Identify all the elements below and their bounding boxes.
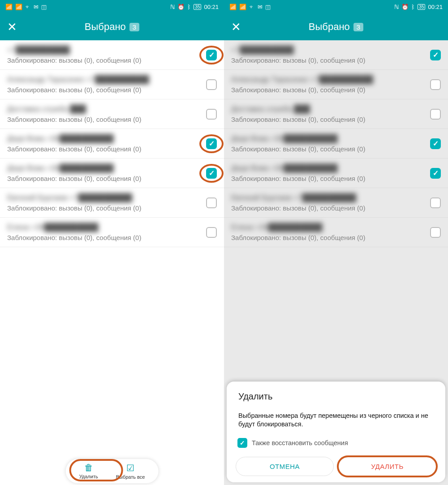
blocked-summary: Заблокировано: вызовы (0), сообщения (0) (231, 204, 430, 212)
status-bar: 📶 📶 ᯤ ✉ ◫ ℕ ⏰ ᛒ 35 00:21 (224, 0, 448, 13)
list-item[interactable]: Дядя Вова +38██████████Заблокировано: вы… (224, 159, 448, 188)
select-checkbox[interactable]: ✓ (430, 50, 441, 60)
sim-icon: ◫ (41, 4, 47, 10)
check-icon: ✓ (433, 52, 439, 59)
blocked-summary: Заблокировано: вызовы (0), сообщения (0) (7, 175, 206, 182)
contact-name: Елена +38██████████ (231, 223, 430, 232)
bottom-toolbar: 🗑 Удалить ☑ Выбрать все (66, 459, 159, 483)
mail-icon: ✉ (258, 4, 263, 10)
status-time: 00:21 (204, 4, 219, 10)
page-title: Выбрано (85, 21, 126, 33)
list-item[interactable]: Александр Тарасенко +7██████████Заблокир… (224, 70, 448, 99)
contact-name: Дядя Вова +38██████████ (7, 134, 206, 143)
cancel-button[interactable]: ОТМЕНА (236, 457, 334, 476)
battery-icon: 35 (194, 4, 201, 10)
check-icon: ✓ (209, 170, 215, 177)
delete-button[interactable]: 🗑 Удалить (75, 462, 103, 481)
select-checkbox[interactable]: ✓ (206, 50, 217, 60)
select-all-icon: ☑ (126, 463, 134, 473)
select-checkbox[interactable]: ✓ (430, 168, 441, 179)
blocked-summary: Заблокировано: вызовы (0), сообщения (0) (7, 56, 206, 64)
page-title: Выбрано (309, 21, 350, 33)
select-checkbox[interactable] (206, 227, 217, 238)
dialog-message: Выбранные номера будут перемещены из чер… (236, 412, 436, 429)
confirm-dialog: Удалить Выбранные номера будут перемещен… (227, 382, 445, 482)
check-icon: ✓ (209, 52, 215, 59)
list-item[interactable]: Доставка служба ███Заблокировано: вызовы… (224, 99, 448, 129)
contact-name: Доставка служба ███ (231, 105, 430, 114)
select-checkbox[interactable] (430, 227, 441, 238)
blocked-summary: Заблокировано: вызовы (0), сообщения (0) (231, 175, 430, 182)
contact-name: Александр Тарасенко +7██████████ (231, 75, 430, 84)
alarm-icon: ⏰ (177, 4, 185, 10)
list-item[interactable]: Елена +38██████████Заблокировано: вызовы… (0, 218, 224, 247)
list-item[interactable]: +7██████████Заблокировано: вызовы (0), с… (224, 40, 448, 70)
delete-label: Удалить (79, 474, 98, 479)
list-item[interactable]: Дядя Вова +38██████████Заблокировано: вы… (0, 129, 224, 159)
list-item[interactable]: Елена +38██████████Заблокировано: вызовы… (224, 218, 448, 247)
check-icon: ✓ (209, 140, 215, 147)
signal-icon: 📶 (5, 4, 13, 10)
bluetooth-icon: ᛒ (411, 4, 415, 10)
trash-icon: 🗑 (84, 463, 93, 473)
select-checkbox[interactable] (430, 109, 441, 120)
signal-icon: 📶 (239, 4, 246, 10)
select-checkbox[interactable]: ✓ (206, 138, 217, 149)
list-item[interactable]: Дядя Вова +38██████████Заблокировано: вы… (224, 129, 448, 159)
blocked-summary: Заблокировано: вызовы (0), сообщения (0) (231, 116, 430, 123)
select-checkbox[interactable]: ✓ (206, 168, 217, 179)
restore-messages-label: Также восстановить сообщения (252, 439, 348, 446)
confirm-delete-label: УДАЛИТЬ (371, 463, 403, 470)
select-checkbox[interactable] (430, 79, 441, 90)
blocked-summary: Заблокировано: вызовы (0), сообщения (0) (7, 234, 206, 241)
nfc-icon: ℕ (394, 4, 399, 10)
restore-messages-checkbox[interactable]: ✓ (237, 438, 247, 448)
status-time: 00:21 (428, 4, 443, 10)
select-checkbox[interactable]: ✓ (430, 138, 441, 149)
blocked-summary: Заблокировано: вызовы (0), сообщения (0) (7, 204, 206, 212)
blocked-summary: Заблокировано: вызовы (0), сообщения (0) (7, 86, 206, 94)
list-item[interactable]: Александр Тарасенко +7██████████Заблокир… (0, 70, 224, 99)
app-header: ✕ Выбрано 3 (224, 13, 448, 40)
blocked-summary: Заблокировано: вызовы (0), сообщения (0) (231, 234, 430, 241)
sim-icon: ◫ (265, 4, 271, 10)
contact-name: Евгений Бурлаев +7██████████ (7, 193, 206, 202)
select-checkbox[interactable] (206, 197, 217, 208)
select-checkbox[interactable] (430, 197, 441, 208)
wifi-icon: ᯤ (25, 4, 31, 10)
status-bar: 📶 📶 ᯤ ✉ ◫ ℕ ⏰ ᛒ 35 00:21 (0, 0, 224, 13)
contact-name: Елена +38██████████ (7, 223, 206, 232)
select-all-button[interactable]: ☑ Выбрать все (112, 462, 150, 481)
battery-icon: 35 (418, 4, 425, 10)
blocked-summary: Заблокировано: вызовы (0), сообщения (0) (7, 145, 206, 153)
list-item[interactable]: +7██████████Заблокировано: вызовы (0), с… (0, 40, 224, 70)
contact-name: +7██████████ (231, 46, 430, 55)
alarm-icon: ⏰ (401, 4, 409, 10)
app-header: ✕ Выбрано 3 (0, 13, 224, 40)
list-item[interactable]: Доставка служба ███Заблокировано: вызовы… (0, 99, 224, 129)
contact-name: Дядя Вова +38██████████ (231, 134, 430, 143)
check-icon: ✓ (433, 140, 439, 147)
contact-name: +7██████████ (7, 46, 206, 55)
blocked-summary: Заблокировано: вызовы (0), сообщения (0) (7, 116, 206, 123)
selection-count-badge: 3 (129, 23, 139, 31)
screenshot-left: 📶 📶 ᯤ ✉ ◫ ℕ ⏰ ᛒ 35 00:21 ✕ Выбрано 3 +7█… (0, 0, 224, 485)
screenshot-right: 📶 📶 ᯤ ✉ ◫ ℕ ⏰ ᛒ 35 00:21 ✕ Выбрано 3 +7█… (224, 0, 448, 485)
selection-count-badge: 3 (353, 23, 363, 31)
contact-name: Дядя Вова +38██████████ (7, 164, 206, 173)
dialog-title: Удалить (236, 391, 436, 402)
contact-name: Доставка служба ███ (7, 105, 206, 114)
blocked-summary: Заблокировано: вызовы (0), сообщения (0) (231, 86, 430, 94)
list-item[interactable]: Евгений Бурлаев +7██████████Заблокирован… (224, 188, 448, 218)
list-item[interactable]: Евгений Бурлаев +7██████████Заблокирован… (0, 188, 224, 218)
contact-name: Дядя Вова +38██████████ (231, 164, 430, 173)
check-icon: ✓ (433, 170, 439, 177)
contact-name: Александр Тарасенко +7██████████ (7, 75, 206, 84)
select-all-label: Выбрать все (116, 474, 145, 480)
list-item[interactable]: Дядя Вова +38██████████Заблокировано: вы… (0, 159, 224, 188)
select-checkbox[interactable] (206, 109, 217, 120)
select-checkbox[interactable] (206, 79, 217, 90)
nfc-icon: ℕ (170, 4, 175, 10)
confirm-delete-button[interactable]: УДАЛИТЬ (338, 457, 436, 476)
bluetooth-icon: ᛒ (187, 4, 191, 10)
